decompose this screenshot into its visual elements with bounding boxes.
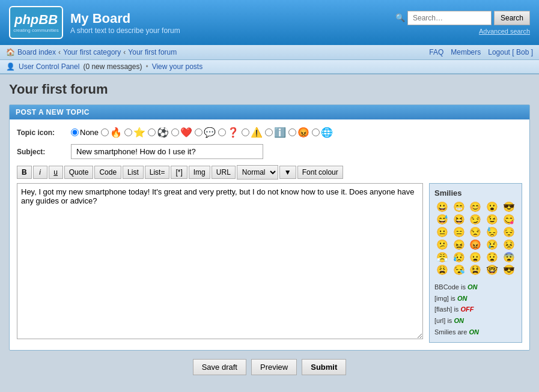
toolbar-url[interactable]: URL: [212, 166, 236, 179]
site-title-block: My Board A short text to describe your f…: [70, 11, 180, 35]
toolbar-star[interactable]: [*]: [171, 166, 187, 179]
preview-button[interactable]: Preview: [251, 359, 297, 375]
submit-button[interactable]: Submit: [302, 359, 346, 375]
breadcrumb-forum[interactable]: Your first forum: [128, 48, 177, 56]
search-row: 🔍 Search: [395, 11, 530, 25]
topic-icon-label: Topic icon:: [17, 128, 65, 137]
toolbar-underline[interactable]: u: [49, 166, 63, 179]
toolbar-img[interactable]: Img: [189, 166, 210, 179]
userbar: 👤 User Control Panel (0 new messages) • …: [0, 60, 539, 74]
smiley-5[interactable]: 😎: [501, 201, 517, 213]
smiley-12[interactable]: 😑: [451, 226, 467, 238]
icon-bubble-emoji: 💬: [204, 127, 216, 138]
toolbar-italic[interactable]: i: [33, 166, 47, 179]
toolbar: B i u Quote Code List List= [*] Img URL …: [17, 165, 522, 179]
icon-bubble[interactable]: 💬: [195, 127, 216, 138]
smiley-22[interactable]: 😥: [451, 252, 467, 263]
toolbar-size-select[interactable]: Normal: [237, 165, 278, 179]
smiley-14[interactable]: 😓: [484, 226, 500, 238]
ucp-link[interactable]: User Control Panel: [19, 62, 79, 71]
icon-globe[interactable]: 🌐: [312, 127, 333, 138]
logo-subtitle: creating communities: [13, 28, 59, 33]
icon-angry[interactable]: 😡: [288, 127, 309, 138]
toolbar-size-arrow[interactable]: ▼: [279, 166, 296, 179]
toolbar-list[interactable]: List: [123, 166, 144, 179]
nav-right: FAQ Members Logout [ Bob ]: [429, 48, 533, 56]
toolbar-bold[interactable]: B: [17, 166, 32, 179]
save-draft-button[interactable]: Save draft: [193, 359, 246, 375]
forum-title: Your first forum: [9, 82, 530, 97]
smiley-21[interactable]: 😤: [434, 252, 450, 263]
smiley-7[interactable]: 😆: [451, 214, 467, 225]
smiley-11[interactable]: 😐: [434, 226, 450, 238]
members-link[interactable]: Members: [451, 48, 481, 56]
smiley-24[interactable]: 😧: [484, 252, 500, 263]
smiley-19[interactable]: 😢: [484, 239, 500, 250]
editor-row: Hey, I got my new smartphone today! It's…: [17, 183, 522, 343]
icon-fire[interactable]: 🔥: [101, 127, 122, 138]
icon-soccer[interactable]: ⚽: [148, 127, 169, 138]
subject-label: Subject:: [17, 148, 65, 156]
subject-input[interactable]: [71, 144, 263, 159]
icon-none-radio[interactable]: [71, 128, 79, 136]
smiley-29[interactable]: 🤓: [484, 264, 500, 276]
icon-soccer-emoji: ⚽: [157, 127, 169, 138]
smilies-status: ON: [469, 328, 479, 336]
smiley-26[interactable]: 😩: [434, 264, 450, 276]
smiley-15[interactable]: 😔: [501, 226, 517, 238]
icon-question[interactable]: ❓: [218, 127, 239, 138]
smiley-25[interactable]: 😨: [501, 252, 517, 263]
smiley-16[interactable]: 😕: [434, 239, 450, 250]
smiley-6[interactable]: 😅: [434, 214, 450, 225]
search-button[interactable]: Search: [494, 11, 530, 25]
smiley-28[interactable]: 😫: [468, 264, 484, 276]
icon-angry-emoji: 😡: [297, 127, 309, 138]
smiley-20[interactable]: 😣: [501, 239, 517, 250]
breadcrumb-board-index[interactable]: Board index: [17, 48, 56, 56]
new-messages: (0 new messages): [83, 62, 142, 71]
view-posts-link[interactable]: View your posts: [152, 62, 203, 71]
logo-area: phpBB creating communities My Board A sh…: [9, 6, 180, 39]
logout-link[interactable]: Logout [ Bob ]: [488, 48, 533, 56]
smiley-2[interactable]: 😁: [451, 201, 467, 213]
icon-star-o-emoji: ⭐: [133, 127, 145, 138]
icon-heart[interactable]: ❤️: [171, 127, 192, 138]
toolbar-font-colour[interactable]: Font colour: [297, 166, 343, 179]
icon-none[interactable]: None: [71, 128, 99, 137]
img-label: [img]: [434, 295, 449, 302]
smilies-label: Smilies are: [434, 328, 467, 336]
smiley-17[interactable]: 😖: [451, 239, 467, 250]
search-icon: 🔍: [395, 13, 405, 22]
smiley-27[interactable]: 😪: [451, 264, 467, 276]
icon-warning[interactable]: ⚠️: [242, 127, 263, 138]
smiley-1[interactable]: 😀: [434, 201, 450, 213]
toolbar-list-eq[interactable]: List=: [145, 166, 170, 179]
smiley-3[interactable]: 😊: [468, 201, 484, 213]
advanced-search-link[interactable]: Advanced search: [479, 28, 530, 35]
smiley-23[interactable]: 😦: [468, 252, 484, 263]
toolbar-quote[interactable]: Quote: [64, 166, 94, 179]
smiley-4[interactable]: 😮: [484, 201, 500, 213]
smiley-13[interactable]: 😒: [468, 226, 484, 238]
icon-info[interactable]: ℹ️: [265, 127, 286, 138]
icon-star-o[interactable]: ⭐: [124, 127, 145, 138]
topic-icon-row: Topic icon: None 🔥 ⭐ ⚽ ❤️ 💬 ❓ ⚠️ ℹ️ 😡 🌐: [17, 127, 522, 138]
smiley-9[interactable]: 😉: [484, 214, 500, 225]
breadcrumb-category[interactable]: Your first category: [63, 48, 121, 56]
subject-row: Subject:: [17, 144, 522, 159]
smiley-8[interactable]: 😏: [468, 214, 484, 225]
post-form-header: POST A NEW TOPIC: [10, 105, 529, 119]
icon-fire-emoji: 🔥: [110, 127, 122, 138]
breadcrumb-sep1: ‹: [58, 48, 61, 56]
smiley-10[interactable]: 😋: [501, 214, 517, 225]
smiley-30[interactable]: 😎: [501, 264, 517, 276]
search-input[interactable]: [407, 11, 492, 25]
home-icon: 🏠: [6, 48, 15, 56]
faq-link[interactable]: FAQ: [429, 48, 443, 56]
post-textarea[interactable]: Hey, I got my new smartphone today! It's…: [17, 183, 423, 339]
smiley-18[interactable]: 😡: [468, 239, 484, 250]
userbar-separator: •: [145, 62, 148, 71]
breadcrumb: 🏠 Board index ‹ Your first category ‹ Yo…: [6, 48, 177, 56]
smilies-grid: 😀 😁 😊 😮 😎 😅 😆 😏 😉 😋 😐 😑 😒 😓: [434, 201, 517, 276]
toolbar-code[interactable]: Code: [94, 166, 121, 179]
